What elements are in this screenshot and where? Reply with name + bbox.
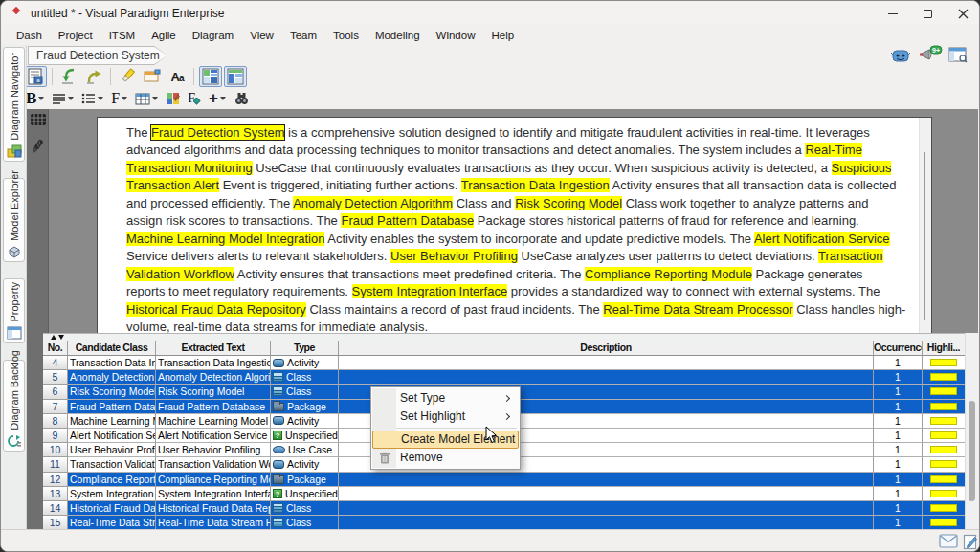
highlight-color-swatch[interactable]	[930, 373, 957, 381]
edit-note-icon[interactable]	[963, 534, 978, 552]
cell-highlight[interactable]	[923, 473, 965, 487]
cell-type[interactable]: Activity	[271, 457, 339, 472]
highlighted-term[interactable]: Fraud Pattern Database	[341, 213, 474, 228]
export-icon[interactable]	[82, 66, 105, 87]
row-number[interactable]: 13	[43, 487, 68, 501]
message-icon[interactable]	[939, 534, 958, 552]
table-row[interactable]: 14Historical Fraud Data RepositoryHistor…	[43, 501, 965, 516]
text-style-icon[interactable]: Aa	[166, 66, 189, 87]
row-number[interactable]: 14	[43, 501, 68, 516]
list-icon[interactable]	[79, 88, 105, 109]
cell-type[interactable]: ?Unspecified	[271, 429, 339, 443]
cell-extracted-text[interactable]: Compliance Reporting Module	[156, 473, 271, 487]
cell-highlight[interactable]	[923, 356, 965, 370]
cell-type[interactable]: Activity	[271, 414, 339, 429]
table-scrollbar[interactable]	[965, 333, 978, 531]
highlight-color-swatch[interactable]	[930, 519, 957, 526]
highlighted-term[interactable]: User Behavior Profiling	[390, 249, 518, 263]
cell-highlight[interactable]	[923, 501, 965, 516]
menu-item-set-type[interactable]: Set Type	[372, 389, 519, 408]
align-icon[interactable]	[50, 88, 76, 109]
marker-tool-icon[interactable]	[30, 138, 47, 157]
highlighted-term[interactable]: Transaction Data Ingestion	[461, 178, 610, 192]
highlight-color-swatch[interactable]	[930, 431, 957, 439]
menu-diagram[interactable]: Diagram	[189, 28, 237, 43]
menu-item-remove[interactable]: Remove	[372, 449, 519, 467]
row-number[interactable]: 11	[43, 457, 68, 472]
cell-candidate-class[interactable]: Compliance Reporting Module	[68, 473, 156, 487]
cell-occurrence[interactable]: 1	[874, 370, 923, 385]
cell-extracted-text[interactable]: Fraud Pattern Database	[156, 400, 271, 414]
cell-occurrence[interactable]: 1	[874, 487, 923, 501]
highlight-color-swatch[interactable]	[930, 359, 957, 366]
table-row[interactable]: 13System Integration InterfaceSystem Int…	[43, 487, 965, 501]
cell-occurrence[interactable]: 1	[874, 473, 923, 487]
cell-candidate-class[interactable]: Transaction Validation Workflow	[68, 457, 156, 472]
column-header-candidateclass[interactable]: Candidate Class	[68, 341, 156, 355]
row-number[interactable]: 15	[43, 516, 68, 530]
highlighted-term[interactable]: System Integration Interface	[352, 284, 508, 298]
maximize-button[interactable]	[920, 6, 935, 21]
menu-dash[interactable]: Dash	[12, 28, 46, 43]
menu-agile[interactable]: Agile	[147, 28, 180, 43]
highlighted-term[interactable]: Real-Time Data Stream Processor	[603, 302, 792, 317]
highlight-color-swatch[interactable]	[930, 417, 957, 425]
cell-candidate-class[interactable]: Machine Learning Model Integration	[68, 414, 156, 429]
find-icon[interactable]	[232, 88, 252, 109]
menu-help[interactable]: Help	[487, 28, 518, 43]
font-icon[interactable]: F	[109, 88, 129, 109]
cell-extracted-text[interactable]: Real-Time Data Stream Processor	[156, 516, 271, 530]
cell-type[interactable]: Class	[271, 385, 339, 399]
cell-description[interactable]	[339, 487, 874, 501]
cell-candidate-class[interactable]: Risk Scoring Model	[68, 385, 156, 399]
assistant-robot-icon[interactable]	[889, 45, 912, 65]
cell-occurrence[interactable]: 1	[874, 400, 923, 414]
sidebar-tab-model-explorer[interactable]: Model Explorer	[3, 178, 25, 262]
cell-extracted-text[interactable]: Alert Notification Service	[156, 429, 271, 443]
cell-type[interactable]: Class	[271, 370, 339, 385]
highlight-color-swatch[interactable]	[930, 460, 957, 468]
collapse-down-icon[interactable]	[58, 335, 64, 340]
palette-icon[interactable]	[164, 88, 182, 109]
column-header-description[interactable]: Description	[339, 341, 874, 355]
cell-candidate-class[interactable]: Alert Notification Service	[68, 429, 156, 443]
row-number[interactable]: 10	[43, 443, 68, 457]
cell-type[interactable]: Class	[271, 501, 339, 516]
sidebar-tab-property[interactable]: Property	[3, 278, 25, 343]
row-number[interactable]: 7	[43, 400, 68, 414]
cell-highlight[interactable]	[923, 516, 965, 530]
row-number[interactable]: 5	[43, 370, 68, 385]
menu-window[interactable]: Window	[433, 28, 479, 43]
cell-highlight[interactable]	[923, 487, 965, 501]
cell-highlight[interactable]	[923, 385, 965, 399]
highlighted-term[interactable]: Compliance Reporting Module	[585, 267, 752, 281]
cell-occurrence[interactable]: 1	[874, 516, 923, 530]
highlight-color-swatch[interactable]	[930, 475, 957, 483]
menu-item-set-highlight[interactable]: Set Highlight	[372, 408, 519, 426]
table-row[interactable]: 15Real-Time Data Stream ProcessorReal-Ti…	[43, 516, 965, 530]
add-icon[interactable]: +	[207, 88, 228, 109]
cell-highlight[interactable]	[923, 400, 965, 414]
highlighted-term[interactable]: Validation Workflow	[126, 267, 234, 281]
row-number[interactable]: 8	[43, 414, 68, 429]
cell-extracted-text[interactable]: Transaction Data Ingestion	[156, 356, 271, 370]
cell-highlight[interactable]	[923, 443, 965, 457]
view-panel-icon[interactable]	[224, 66, 247, 87]
highlighter-icon[interactable]	[116, 66, 139, 87]
cell-type[interactable]: Class	[271, 516, 339, 530]
cell-type[interactable]: Use Case	[271, 443, 339, 457]
highlighted-term[interactable]: Historical Fraud Data Repository	[126, 302, 306, 317]
column-header-occurrence[interactable]: Occurrence	[874, 341, 923, 355]
cell-candidate-class[interactable]: System Integration Interface	[68, 487, 156, 501]
panel-resize-bar[interactable]	[43, 333, 965, 341]
cell-description[interactable]	[339, 356, 874, 370]
highlighted-term[interactable]: Real-Time	[805, 143, 861, 157]
cell-extracted-text[interactable]: Transaction Validation Workflow	[156, 457, 271, 472]
highlighted-term[interactable]: Anomaly Detection Algorithm	[293, 196, 453, 210]
cell-extracted-text[interactable]: System Integration Interface	[156, 487, 271, 501]
cell-highlight[interactable]	[923, 370, 965, 385]
cell-description[interactable]	[339, 516, 874, 530]
tab-fraud-detection-system[interactable]: Fraud Detection System	[28, 46, 167, 65]
cell-type[interactable]: Package	[271, 400, 339, 414]
minimize-button[interactable]	[885, 6, 901, 21]
